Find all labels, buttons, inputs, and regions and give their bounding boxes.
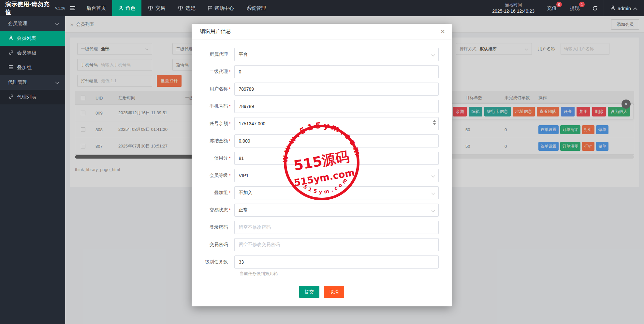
list-icon	[8, 65, 14, 70]
second-agent-input[interactable]: 0	[234, 65, 439, 78]
username-input[interactable]: 789789	[234, 83, 439, 96]
person-icon	[8, 35, 13, 41]
modal-header: 编辑用户信息 ✕	[192, 24, 452, 39]
refresh-icon[interactable]	[586, 0, 604, 16]
person-icon	[610, 5, 615, 11]
field-second-agent: 二级代理* 0	[200, 65, 439, 78]
submit-button[interactable]: 提交	[299, 286, 319, 298]
trade-status-select[interactable]: 正常	[234, 204, 439, 217]
chevron-down-icon	[431, 174, 435, 179]
frozen-amount-input[interactable]: 0.000	[234, 134, 439, 147]
top-navbar: 演示使用-请勿充值 V.1.26 后台首页 角色 交易 选妃 帮助中心 系统管理…	[0, 0, 644, 16]
user-menu[interactable]: admin	[604, 0, 644, 16]
field-stack-group: 叠加组* 不加入	[200, 186, 439, 199]
chevron-down-icon	[431, 191, 435, 196]
link-icon	[8, 94, 14, 100]
modal-footer: 提交 取消	[192, 281, 452, 306]
scales-icon	[178, 6, 183, 11]
field-level-task-count: 级别任务数* 33	[200, 255, 439, 269]
nav-dashboard[interactable]: 后台首页	[80, 0, 112, 16]
cancel-button[interactable]: 取消	[324, 286, 344, 298]
sidebar-group-agent-management[interactable]: 代理管理	[0, 75, 65, 90]
recharge-button[interactable]: 充值 0	[540, 0, 563, 16]
chevron-down-icon	[55, 80, 59, 85]
local-time-value: 2025-12-16 12:40:23	[492, 8, 534, 15]
chevron-down-icon	[431, 208, 435, 213]
number-stepper[interactable]	[433, 120, 436, 125]
field-phone: 手机号码* 789789	[200, 100, 439, 113]
app-version: V.1.26	[55, 7, 65, 10]
recharge-badge: 0	[556, 2, 562, 7]
hamburger-icon[interactable]	[65, 0, 80, 16]
flag-icon	[208, 6, 212, 11]
sidebar-group-member-management[interactable]: 会员管理	[0, 16, 65, 31]
login-password-input[interactable]: 留空不修改密码	[234, 221, 439, 234]
edit-user-modal: 编辑用户信息 ✕ 所属代理* 平台 二级代理* 0 用户名称* 789789 手…	[192, 24, 452, 306]
app-title-text: 演示使用-请勿充值	[5, 0, 54, 16]
local-time-label: 当地时间	[505, 2, 522, 8]
field-parent-agent: 所属代理* 平台	[200, 48, 439, 61]
nav-roles[interactable]: 角色	[112, 0, 141, 16]
link-icon	[8, 50, 14, 56]
sidebar: 会员管理 会员列表 会员等级 叠加组 代理管理 代理列表	[0, 16, 65, 324]
nav-system[interactable]: 系统管理	[240, 0, 272, 16]
level-task-count-input[interactable]: 33	[234, 255, 439, 269]
close-icon[interactable]: ✕	[440, 28, 445, 35]
nav-help-center[interactable]: 帮助中心	[201, 0, 240, 16]
field-balance: 账号余额* 1751347.000	[200, 117, 439, 130]
stack-group-select[interactable]: 不加入	[234, 186, 439, 199]
nav-trade[interactable]: 交易	[141, 0, 171, 16]
sidebar-item-stack-group[interactable]: 叠加组	[0, 60, 65, 75]
local-time: 当地时间 2025-12-16 12:40:23	[486, 0, 540, 16]
field-trade-status: 交易状态* 正常	[200, 204, 439, 217]
chevron-down-icon	[431, 53, 435, 58]
sidebar-item-agent-list[interactable]: 代理列表	[0, 90, 65, 104]
balance-input[interactable]: 1751347.000	[234, 117, 439, 130]
trade-password-input[interactable]: 留空不修改交易密码	[234, 238, 439, 251]
nav-select[interactable]: 选妃	[171, 0, 201, 16]
member-level-select[interactable]: VIP1	[234, 169, 439, 182]
chevron-down-icon	[55, 21, 59, 26]
withdraw-button[interactable]: 提现 1	[563, 0, 586, 16]
chevron-up-icon	[633, 6, 637, 11]
field-frozen-amount: 冻结金额* 0.000	[200, 134, 439, 147]
field-login-password: 登录密码* 留空不修改密码	[200, 221, 439, 234]
sidebar-item-member-list[interactable]: 会员列表	[0, 31, 65, 46]
field-credit-score: 信用分* 81	[200, 152, 439, 165]
phone-input[interactable]: 789789	[234, 100, 439, 113]
credit-score-input[interactable]: 81	[234, 152, 439, 165]
app-title: 演示使用-请勿充值 V.1.26	[0, 0, 65, 16]
sidebar-item-member-level[interactable]: 会员等级	[0, 46, 65, 60]
level-task-helper: 当前任务做到第几轮	[240, 271, 439, 277]
field-trade-password: 交易密码* 留空不修改交易密码	[200, 238, 439, 251]
modal-title: 编辑用户信息	[200, 28, 231, 35]
scales-icon	[148, 6, 153, 11]
field-member-level: 会员等级* VIP1	[200, 169, 439, 182]
person-icon	[118, 6, 123, 11]
modal-body: 所属代理* 平台 二级代理* 0 用户名称* 789789 手机号码* 7897…	[192, 39, 452, 277]
field-username: 用户名称* 789789	[200, 83, 439, 96]
username: admin	[618, 6, 631, 11]
withdraw-badge: 1	[579, 2, 585, 7]
parent-agent-select[interactable]: 平台	[234, 48, 439, 61]
